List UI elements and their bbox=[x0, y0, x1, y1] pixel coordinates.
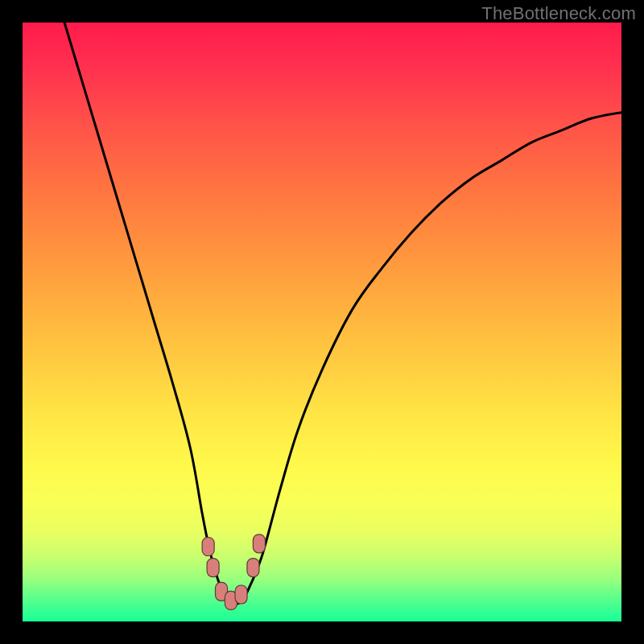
curve-layer bbox=[23, 23, 621, 621]
bottleneck-curve bbox=[64, 23, 621, 605]
curve-marker bbox=[202, 538, 214, 556]
curve-marker bbox=[247, 559, 259, 577]
watermark-text: TheBottleneck.com bbox=[481, 3, 636, 24]
chart-container: TheBottleneck.com bbox=[0, 0, 644, 644]
curve-marker bbox=[207, 559, 219, 577]
curve-marker bbox=[235, 585, 247, 604]
curve-marker bbox=[253, 535, 265, 553]
